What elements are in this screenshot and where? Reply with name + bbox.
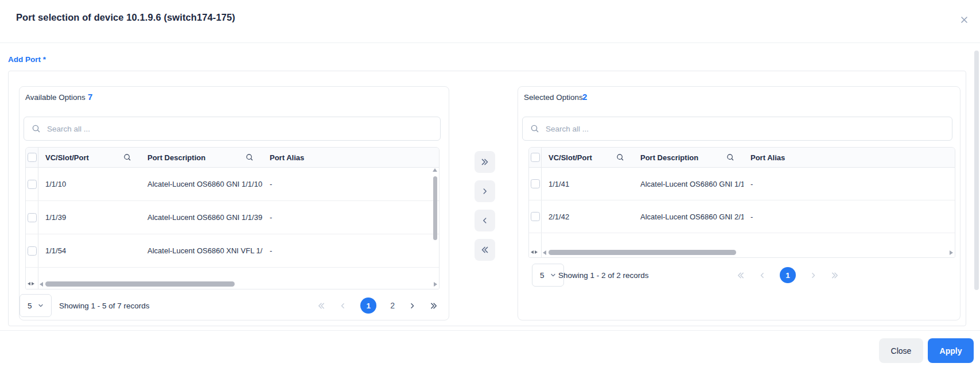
row-checkbox[interactable] <box>531 212 540 221</box>
search-input[interactable] <box>545 124 952 134</box>
selected-options-title: Selected Options <box>524 93 583 102</box>
cell-description: Alcatel-Lucent OS6860 GNI 1/1/39 <box>141 213 263 222</box>
cell-description: Alcatel-Lucent OS6860 XNI VFL 1/1/54 <box>141 246 263 255</box>
column-header-port: VC/Slot/Port <box>38 153 141 162</box>
last-page-button[interactable] <box>831 271 839 280</box>
first-page-button[interactable] <box>317 302 325 310</box>
move-left-button[interactable] <box>475 210 495 231</box>
add-port-label: Add Port * <box>8 55 46 64</box>
frozen-column-scroll-stub[interactable] <box>531 250 538 254</box>
page-size-value: 5 <box>540 271 545 280</box>
column-search-icon[interactable] <box>123 153 131 161</box>
search-input[interactable] <box>46 124 440 134</box>
cell-description: Alcatel-Lucent OS6860 GNI 1/1/10 <box>141 180 263 188</box>
table-row[interactable]: 2/1/42 Alcatel-Lucent OS6860 GNI 2/1/42 … <box>529 200 955 233</box>
column-header-alias: Port Alias <box>263 153 439 162</box>
column-header-alias: Port Alias <box>744 153 955 162</box>
column-label: Port Description <box>640 153 698 162</box>
page-size-select[interactable]: 5 <box>20 294 52 317</box>
row-checkbox[interactable] <box>28 180 37 189</box>
table-row[interactable]: 1/1/39 Alcatel-Lucent OS6860 GNI 1/1/39 … <box>26 201 439 234</box>
scroll-left-arrow-icon[interactable] <box>543 250 546 255</box>
cell-port: 1/1/54 <box>38 246 141 255</box>
scroll-up-arrow-icon[interactable] <box>433 168 437 172</box>
move-all-right-button[interactable] <box>475 151 495 173</box>
prev-page-button[interactable] <box>759 272 766 279</box>
cell-description: Alcatel-Lucent OS6860 GNI 1/1/41 <box>633 180 744 188</box>
table-row[interactable]: 1/1/41 Alcatel-Lucent OS6860 GNI 1/1/41 … <box>529 168 955 200</box>
cell-alias: - <box>744 213 955 221</box>
column-search-icon[interactable] <box>246 153 254 161</box>
row-checkbox[interactable] <box>28 246 37 256</box>
close-dialog-button[interactable] <box>956 11 972 28</box>
available-pagination: 5 Showing 1 - 5 of 7 records 1 2 <box>20 293 449 318</box>
available-table: VC/Slot/Port Port Description Port Alias… <box>25 147 440 289</box>
cell-alias: - <box>744 180 955 188</box>
row-checkbox-cell <box>26 234 38 267</box>
column-label: VC/Slot/Port <box>45 153 89 162</box>
header-checkbox-cell <box>529 148 542 167</box>
search-icon <box>32 124 41 133</box>
scroll-right-arrow-icon[interactable] <box>950 250 953 255</box>
vertical-scroll-thumb[interactable] <box>433 176 437 240</box>
next-page-button[interactable] <box>409 302 416 310</box>
table-header-row: VC/Slot/Port Port Description Port Alias <box>529 148 955 168</box>
header-checkbox-cell <box>26 148 38 167</box>
chevron-right-icon <box>481 187 489 195</box>
next-page-button[interactable] <box>810 272 817 279</box>
footer-divider <box>0 330 980 331</box>
pager: 1 2 <box>317 293 438 318</box>
apply-button[interactable]: Apply <box>928 338 974 363</box>
available-options-title: Available Options <box>25 93 85 102</box>
page-size-value: 5 <box>28 302 32 310</box>
records-summary: Showing 1 - 2 of 2 records <box>558 263 649 287</box>
row-checkbox-cell <box>529 200 542 233</box>
cell-port: 1/1/41 <box>542 180 633 188</box>
table-row[interactable]: 1/1/10 Alcatel-Lucent OS6860 GNI 1/1/10 … <box>26 168 439 201</box>
scroll-left-arrow-icon[interactable] <box>40 282 43 287</box>
row-checkbox[interactable] <box>28 213 37 222</box>
select-all-checkbox[interactable] <box>531 153 540 162</box>
selected-pagination: 5 Showing 1 - 2 of 2 records 1 <box>518 263 960 287</box>
column-label: Port Description <box>147 153 205 162</box>
double-chevron-right-icon <box>480 157 489 167</box>
horizontal-scrollbar[interactable] <box>529 250 955 256</box>
page-vertical-scrollbar[interactable] <box>974 51 979 290</box>
first-page-button[interactable] <box>736 271 745 280</box>
double-chevron-left-icon <box>480 245 489 254</box>
frozen-column-scroll-stub[interactable] <box>28 282 34 285</box>
page-button-2[interactable]: 2 <box>390 301 395 310</box>
table-header-row: VC/Slot/Port Port Description Port Alias <box>26 148 439 168</box>
last-page-button[interactable] <box>430 302 438 310</box>
move-right-button[interactable] <box>475 180 495 202</box>
column-label: VC/Slot/Port <box>549 153 592 162</box>
row-checkbox[interactable] <box>531 179 540 188</box>
horizontal-scroll-thumb[interactable] <box>45 281 235 287</box>
close-icon <box>960 16 969 24</box>
selected-options-panel: Selected Options 2 VC/Slot/Port Port Des… <box>518 86 960 320</box>
select-all-checkbox[interactable] <box>28 153 37 162</box>
cell-alias: - <box>263 180 439 188</box>
column-search-icon[interactable] <box>726 153 734 161</box>
close-button[interactable]: Close <box>879 338 923 363</box>
port-selection-dialog: Port selection of device 10.1.9.6 (switc… <box>0 0 980 367</box>
column-search-icon[interactable] <box>616 153 624 161</box>
page-button-1[interactable]: 1 <box>780 267 796 283</box>
horizontal-scrollbar[interactable] <box>26 281 439 287</box>
scroll-right-arrow-icon[interactable] <box>434 282 437 287</box>
page-button-1[interactable]: 1 <box>360 298 376 314</box>
chevron-down-icon <box>550 272 557 279</box>
chevron-left-icon <box>481 217 489 225</box>
column-header-description: Port Description <box>141 153 263 162</box>
column-header-description: Port Description <box>633 153 744 162</box>
selected-options-count: 2 <box>582 92 587 102</box>
vertical-scrollbar[interactable] <box>432 168 438 240</box>
column-header-port: VC/Slot/Port <box>542 153 633 162</box>
cell-alias: - <box>263 246 439 255</box>
row-checkbox-cell <box>529 168 542 200</box>
horizontal-scroll-thumb[interactable] <box>549 250 736 255</box>
prev-page-button[interactable] <box>339 302 347 310</box>
selected-search <box>522 117 952 141</box>
move-all-left-button[interactable] <box>475 239 495 261</box>
table-row[interactable]: 1/1/54 Alcatel-Lucent OS6860 XNI VFL 1/1… <box>26 234 439 268</box>
